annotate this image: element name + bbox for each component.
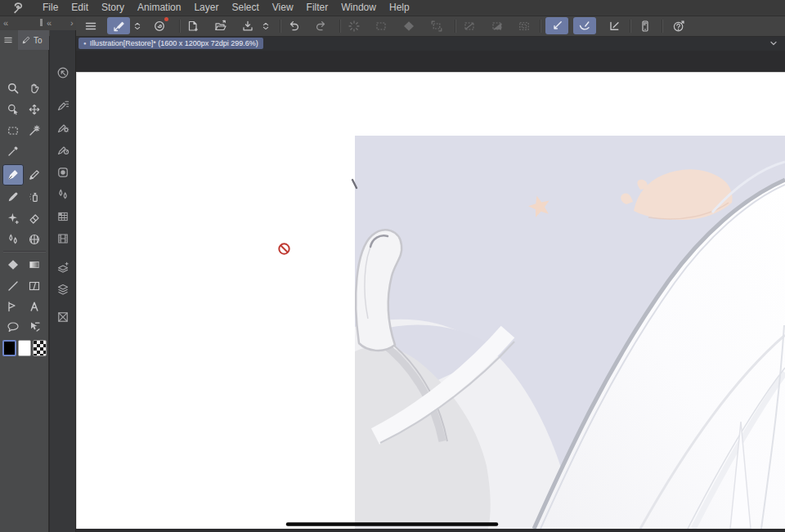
tool-eyedropper[interactable]: [3, 141, 23, 161]
tool-text[interactable]: [25, 297, 44, 316]
tool-zoom[interactable]: [3, 78, 23, 98]
fill-selection-button[interactable]: [399, 17, 419, 34]
touch-operation-button[interactable]: [107, 17, 130, 34]
pen-dial-icon: [56, 143, 70, 156]
grid-sphere-icon: [28, 233, 41, 246]
tool-airbrush[interactable]: [25, 187, 44, 207]
main-menu-button[interactable]: [81, 17, 101, 34]
menu-story[interactable]: Story: [95, 0, 131, 16]
tool-move-layer[interactable]: [25, 100, 44, 119]
tool-hand[interactable]: [25, 78, 44, 98]
clip-studio-paint-window: File Edit Story Animation Layer Select V…: [0, 0, 785, 532]
tool-frame-border[interactable]: [25, 276, 44, 296]
tool-eraser[interactable]: [25, 208, 44, 228]
tool-figure[interactable]: [3, 276, 23, 296]
tool-marquee-select[interactable]: [3, 121, 23, 141]
tool-switch-chevrons-button[interactable]: [129, 17, 146, 34]
collapse-strip-chevron[interactable]: «: [47, 17, 52, 29]
transparent-color-swatch[interactable]: [33, 340, 47, 356]
menu-view[interactable]: View: [266, 0, 300, 16]
panel-layers[interactable]: [53, 279, 73, 299]
panel-layer-property[interactable]: [53, 257, 73, 277]
document-tab-label: Illustration[Restore]* (1600 x 1200px 72…: [90, 38, 258, 49]
help-button[interactable]: [669, 17, 689, 34]
sub-color-swatch[interactable]: [18, 340, 31, 356]
panel-timeline[interactable]: [53, 229, 73, 248]
companion-device-button[interactable]: [635, 17, 655, 34]
open-file-button[interactable]: [211, 17, 231, 34]
menu-layer[interactable]: Layer: [187, 0, 225, 16]
magnifier-icon: [7, 82, 20, 95]
toolbar-separator: [179, 20, 180, 33]
canvas-page[interactable]: [76, 72, 785, 529]
menu-file[interactable]: File: [36, 0, 65, 16]
clip-studio-home-button[interactable]: [150, 17, 169, 34]
menu-select[interactable]: Select: [225, 0, 265, 16]
scale-selection-button[interactable]: [427, 17, 446, 34]
panel-divider-handle[interactable]: [40, 19, 43, 26]
menu-bar: File Edit Story Animation Layer Select V…: [0, 0, 785, 16]
airbrush-icon: [28, 190, 41, 203]
snap-to-ruler-button[interactable]: [545, 17, 568, 34]
menu-edit[interactable]: Edit: [65, 0, 95, 16]
eyedropper-icon: [7, 145, 20, 158]
x-frame-icon: [56, 311, 70, 324]
tool-fill[interactable]: [3, 255, 23, 275]
panel-tool-property[interactable]: [53, 118, 73, 137]
panel-sub-tool-detail[interactable]: [53, 140, 73, 159]
menu-window[interactable]: Window: [334, 0, 383, 16]
tool-balloon[interactable]: [3, 317, 23, 337]
undo-button[interactable]: [284, 17, 303, 34]
tool-line-correction[interactable]: [25, 317, 44, 337]
tool-gradient[interactable]: [25, 255, 44, 275]
menu-help[interactable]: Help: [383, 0, 416, 16]
pencil-icon: [28, 168, 41, 181]
tool-palette: To: [0, 30, 49, 532]
panel-sub-view[interactable]: [53, 307, 73, 327]
menu-animation[interactable]: Animation: [131, 0, 187, 16]
snap-curve-icon: [578, 20, 591, 33]
fill-bucket-icon: [7, 258, 20, 271]
document-tab[interactable]: ● Illustration[Restore]* (1600 x 1200px …: [78, 38, 263, 49]
snap-to-special-ruler-button[interactable]: [573, 17, 596, 34]
collapse-palette-chevron[interactable]: «: [3, 17, 8, 29]
snap-grid-icon: [608, 20, 621, 33]
expand-strip-chevron[interactable]: ›: [70, 17, 74, 29]
artwork-illustration: [76, 72, 785, 529]
tab-list-button[interactable]: [769, 38, 778, 48]
clear-selection-button[interactable]: [460, 17, 479, 34]
tool-brush[interactable]: [3, 187, 23, 207]
layers-stack-icon: [56, 283, 70, 296]
tool-blend[interactable]: [3, 230, 23, 249]
invert-selection-button[interactable]: [487, 17, 507, 34]
toolbar-separator: [662, 20, 662, 33]
reselect-button[interactable]: [371, 17, 391, 34]
selection-border-button[interactable]: [514, 17, 534, 34]
main-color-swatch[interactable]: [2, 340, 16, 356]
panel-collapse-header: « « ›: [0, 16, 76, 30]
palette-menu-button[interactable]: [3, 35, 13, 45]
panel-color-set[interactable]: [53, 207, 73, 226]
tool-operation[interactable]: [3, 100, 23, 119]
snap-to-grid-button[interactable]: [603, 17, 626, 34]
save-options-chevrons-button[interactable]: [258, 17, 274, 34]
tool-ruler[interactable]: [3, 297, 23, 316]
new-document-button[interactable]: [183, 17, 203, 34]
tool-pen-selected[interactable]: [2, 164, 24, 186]
redo-button[interactable]: [312, 17, 331, 34]
save-file-button[interactable]: [238, 17, 258, 34]
panel-color-mixing[interactable]: [53, 185, 73, 204]
tool-pencil[interactable]: [25, 165, 44, 185]
magic-wand-icon: [28, 124, 41, 137]
tool-auto-select[interactable]: [25, 121, 44, 141]
menu-filter[interactable]: Filter: [300, 0, 335, 16]
tool-decoration[interactable]: [3, 208, 23, 228]
pen-list-icon: [56, 99, 70, 112]
panel-sub-tool[interactable]: [53, 96, 73, 115]
chevrons-updown-icon: [132, 21, 142, 31]
tool-liquify[interactable]: [25, 230, 44, 249]
tool-palette-tab[interactable]: To: [18, 30, 49, 50]
deselect-button[interactable]: [344, 17, 364, 34]
panel-quick-access[interactable]: [53, 63, 73, 83]
panel-brush-size[interactable]: [53, 163, 73, 182]
